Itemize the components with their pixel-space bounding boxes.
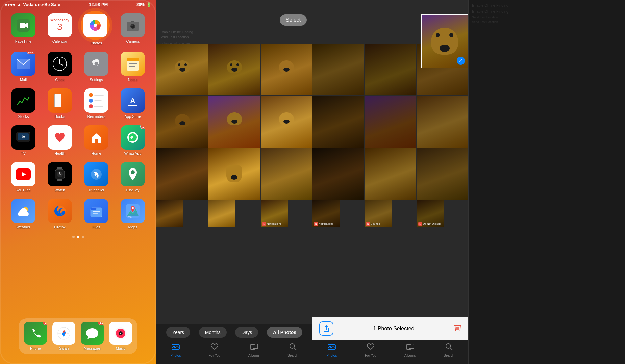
selected-thumbnail: ✓ — [421, 14, 468, 68]
photo-cell-p3[interactable] — [312, 96, 364, 147]
app-files[interactable]: Files — [81, 199, 111, 229]
photo-grid-p3: N Notifications N Sounds N D — [312, 44, 468, 227]
photo-cell[interactable] — [156, 148, 208, 200]
dock-messages[interactable]: 22 Messages — [81, 322, 104, 350]
app-health[interactable]: Health — [45, 125, 75, 155]
for-you-tab-icon — [210, 343, 219, 353]
home-screen-panel: ●●●● ▲ Vodafone-Be Safe 12:58 PM 28% 🔋 F… — [0, 0, 156, 364]
app-label-stocks: Stocks — [18, 114, 29, 119]
app-calendar[interactable]: Wednesday 3 Calendar — [45, 13, 75, 45]
photos-tab-icon-p3 — [328, 343, 336, 353]
photo-cell[interactable] — [156, 96, 208, 147]
svg-point-48 — [132, 207, 134, 209]
tab-for-you-p3[interactable]: For You — [365, 343, 376, 357]
photo-cell[interactable]: N Notifications — [261, 200, 288, 227]
app-tv[interactable]: tv TV — [8, 125, 39, 155]
app-maps[interactable]: 280 Maps — [118, 199, 148, 229]
app-books[interactable]: Books — [45, 88, 75, 119]
svg-rect-20 — [55, 94, 61, 107]
select-button[interactable]: Select — [280, 14, 307, 26]
app-stocks[interactable]: Stocks — [8, 88, 39, 119]
photo-cell[interactable] — [208, 148, 260, 200]
svg-point-7 — [131, 25, 134, 28]
nav-all-photos[interactable]: All Photos — [267, 327, 302, 338]
app-mail[interactable]: 18,956 Mail — [8, 52, 39, 82]
svg-point-8 — [132, 25, 133, 26]
app-reminders[interactable]: Reminders — [81, 88, 111, 119]
status-bar-home: ●●●● ▲ Vodafone-Be Safe 12:58 PM 28% 🔋 — [0, 0, 156, 8]
photo-cell-p3[interactable] — [365, 148, 416, 200]
photo-cell[interactable] — [208, 96, 260, 147]
tab-albums-p3[interactable]: Albums — [404, 343, 416, 357]
svg-rect-45 — [93, 211, 100, 212]
tab-search[interactable]: Search — [288, 343, 298, 357]
tab-photos[interactable]: Photos — [170, 343, 181, 357]
photos-tab-bar: Photos For You Albums — [156, 340, 312, 364]
svg-text:280: 280 — [128, 216, 132, 218]
photo-cell[interactable] — [208, 200, 235, 227]
dock-safari[interactable]: Safari — [52, 322, 75, 350]
app-facetime[interactable]: FaceTime — [8, 13, 39, 45]
tab-for-you[interactable]: For You — [209, 343, 220, 357]
selection-checkmark: ✓ — [457, 57, 465, 65]
photo-cell-p3[interactable] — [365, 44, 416, 95]
for-you-icon-p3 — [367, 343, 375, 353]
app-appstore[interactable]: A App Store — [118, 88, 148, 119]
status-time: 12:58 PM — [89, 2, 108, 7]
albums-icon-p3 — [406, 343, 414, 353]
svg-line-77 — [450, 348, 452, 350]
nav-years[interactable]: Years — [166, 327, 190, 338]
app-photos-highlighted[interactable]: Photos — [81, 13, 111, 45]
delete-button[interactable] — [454, 323, 461, 334]
battery-icon: 🔋 — [146, 2, 151, 7]
nav-days[interactable]: Days — [235, 327, 258, 338]
photo-cell-p3[interactable] — [312, 44, 364, 95]
photo-cell-p3[interactable] — [417, 148, 468, 200]
app-settings[interactable]: Settings — [81, 52, 111, 82]
nav-months[interactable]: Months — [199, 327, 227, 338]
photo-cell[interactable] — [261, 96, 312, 147]
photo-cell[interactable] — [156, 44, 208, 95]
app-findmy[interactable]: Find My — [118, 162, 148, 192]
albums-tab-icon — [250, 343, 258, 353]
app-label-youtube: YouTube — [16, 188, 30, 192]
app-youtube[interactable]: YouTube — [8, 162, 39, 192]
tab-albums[interactable]: Albums — [248, 343, 259, 357]
page-dot-1 — [72, 236, 75, 238]
svg-rect-31 — [57, 179, 62, 181]
tab-search-p3[interactable]: Search — [444, 343, 454, 357]
app-home[interactable]: Home — [81, 125, 111, 155]
app-clock[interactable]: Clock — [45, 52, 75, 82]
app-label-settings: Settings — [90, 78, 103, 82]
photo-cell-p3[interactable] — [417, 96, 468, 147]
app-firefox[interactable]: Firefox — [45, 199, 75, 229]
share-button[interactable] — [319, 321, 333, 336]
app-label-files: Files — [92, 225, 100, 229]
app-watch[interactable]: Watch — [45, 162, 75, 192]
page-dots — [0, 236, 156, 238]
app-label-camera: Camera — [126, 39, 139, 43]
share-action-bar: 1 Photo Selected — [312, 317, 468, 340]
dock-messages-label: Messages — [84, 346, 101, 350]
tab-photos-p3[interactable]: Photos — [326, 343, 337, 357]
svg-marker-1 — [20, 23, 25, 28]
app-whatsapp[interactable]: 2 WhatsApp — [118, 125, 148, 155]
photo-cell-p3[interactable] — [312, 148, 364, 200]
photo-cell-p3[interactable]: N Notifications — [312, 200, 340, 227]
photo-cell-p3[interactable]: N Do Not Disturb — [417, 200, 444, 227]
app-notes[interactable]: Notes — [118, 52, 148, 82]
photo-cell-p3[interactable]: N Sounds — [365, 200, 392, 227]
photo-cell[interactable] — [261, 44, 312, 95]
photo-cell-p3[interactable] — [365, 96, 416, 147]
dock-music[interactable]: Music — [109, 322, 132, 350]
photo-cell[interactable] — [208, 44, 260, 95]
app-label-photos: Photos — [91, 41, 102, 45]
svg-text:A: A — [130, 97, 135, 105]
svg-rect-41 — [21, 208, 27, 212]
app-weather[interactable]: Weather — [8, 199, 39, 229]
photo-cell[interactable] — [261, 148, 312, 200]
app-camera[interactable]: Camera — [118, 13, 148, 45]
photo-cell[interactable] — [156, 200, 183, 227]
app-truecaller[interactable]: Truecaller — [81, 162, 111, 192]
dock-phone[interactable]: 1 Phone — [24, 322, 47, 350]
